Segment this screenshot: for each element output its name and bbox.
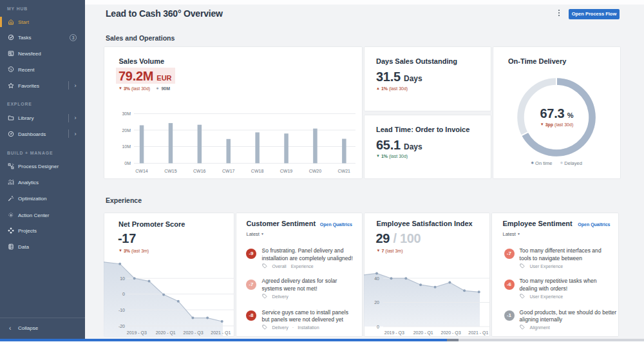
svg-text:CW18: CW18 <box>251 169 264 173</box>
svg-text:CW19: CW19 <box>280 169 293 173</box>
svg-text:CW14: CW14 <box>135 169 148 173</box>
svg-text:20: 20 <box>374 300 379 305</box>
svg-text:CW20: CW20 <box>309 169 322 173</box>
svg-text:2020 - Q1: 2020 - Q1 <box>155 330 175 336</box>
svg-text:-20: -20 <box>118 324 124 328</box>
svg-text:2020 - Q3: 2020 - Q3 <box>183 330 203 336</box>
svg-text:CW15: CW15 <box>164 169 177 173</box>
svg-text:0M: 0M <box>124 161 131 166</box>
svg-text:2019 - Q3: 2019 - Q3 <box>384 330 404 336</box>
svg-text:2021 - Q1: 2021 - Q1 <box>468 330 488 336</box>
svg-text:0: 0 <box>122 292 125 296</box>
svg-text:2020 - Q3: 2020 - Q3 <box>440 330 460 336</box>
svg-text:CW16: CW16 <box>193 169 206 173</box>
svg-text:CW17: CW17 <box>222 169 235 173</box>
svg-text:-10: -10 <box>118 308 124 312</box>
svg-text:2021 - Q1: 2021 - Q1 <box>211 330 231 336</box>
svg-text:40: 40 <box>374 276 379 281</box>
svg-text:2020 - Q1: 2020 - Q1 <box>413 330 433 336</box>
svg-text:2019 - Q3: 2019 - Q3 <box>126 330 146 336</box>
svg-text:CW21: CW21 <box>338 169 351 173</box>
svg-text:10M: 10M <box>122 144 131 149</box>
svg-text:30M: 30M <box>122 111 131 116</box>
svg-text:10: 10 <box>120 276 125 281</box>
svg-text:0: 0 <box>377 325 379 329</box>
svg-text:20M: 20M <box>122 128 131 133</box>
